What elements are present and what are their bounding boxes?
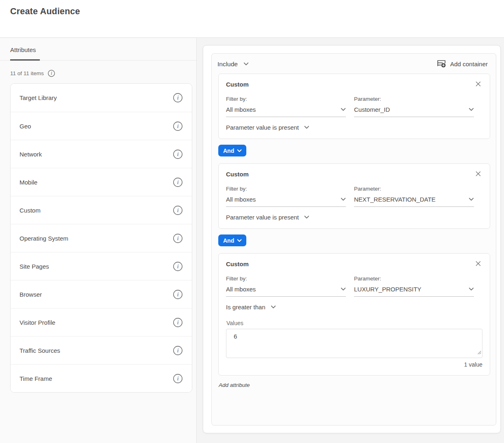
values-section: Values 6 1 value xyxy=(226,320,482,368)
close-icon[interactable] xyxy=(474,80,482,88)
attribute-label: Site Pages xyxy=(20,263,49,270)
attribute-row-geo[interactable]: Geo i xyxy=(11,112,192,140)
chevron-down-icon xyxy=(237,149,242,152)
info-icon[interactable]: i xyxy=(173,177,183,187)
add-container-label: Add container xyxy=(450,61,488,67)
info-icon[interactable]: i xyxy=(173,261,183,271)
info-icon[interactable]: i xyxy=(173,345,183,356)
info-icon[interactable]: i xyxy=(173,121,183,131)
card-fields: Filter by: All mboxes Parameter: Custome… xyxy=(226,96,482,117)
chevron-down-icon xyxy=(469,198,474,201)
close-icon[interactable] xyxy=(474,169,482,178)
value-count-label: 1 value xyxy=(226,361,482,368)
close-icon[interactable] xyxy=(474,259,482,268)
svg-text:i: i xyxy=(177,95,179,101)
attribute-row-network[interactable]: Network i xyxy=(11,140,192,168)
add-container-button[interactable]: Add container xyxy=(437,59,488,69)
operator-dropdown[interactable]: Parameter value is present xyxy=(226,214,309,221)
card-header: Custom xyxy=(226,80,482,88)
attribute-label: Traffic Sources xyxy=(20,347,60,354)
filter-by-label: Filter by: xyxy=(226,96,346,102)
attribute-card-custom-3: Custom Filter by: All mboxes xyxy=(218,253,490,376)
info-icon[interactable]: i xyxy=(173,205,183,215)
tab-attributes[interactable]: Attributes xyxy=(10,38,40,61)
page-title: Create Audience xyxy=(10,7,80,17)
parameter-field: Parameter: LUXURY_PROPENSITY xyxy=(354,276,474,297)
filter-by-label: Filter by: xyxy=(226,276,346,282)
svg-text:i: i xyxy=(177,179,179,185)
parameter-field: Parameter: Customer_ID xyxy=(354,96,474,117)
and-combinator-button[interactable]: And xyxy=(218,145,246,156)
attribute-label: Custom xyxy=(20,207,41,214)
info-icon[interactable]: i xyxy=(173,93,183,103)
parameter-dropdown[interactable]: LUXURY_PROPENSITY xyxy=(354,286,474,297)
parameter-dropdown[interactable]: Customer_ID xyxy=(354,106,474,117)
svg-text:i: i xyxy=(51,71,52,76)
attribute-row-site-pages[interactable]: Site Pages i xyxy=(11,252,192,280)
attribute-row-custom[interactable]: Custom i xyxy=(11,196,192,224)
svg-text:i: i xyxy=(177,235,179,241)
operator-value: Parameter value is present xyxy=(226,124,299,131)
attributes-tabbar: Attributes xyxy=(0,38,196,61)
attribute-row-traffic-sources[interactable]: Traffic Sources i xyxy=(11,336,192,364)
svg-text:i: i xyxy=(177,291,179,298)
and-label: And xyxy=(223,148,234,154)
filter-by-label: Filter by: xyxy=(226,186,346,192)
attribute-row-browser[interactable]: Browser i xyxy=(11,280,192,308)
operator-dropdown[interactable]: Parameter value is present xyxy=(226,124,309,131)
attribute-label: Mobile xyxy=(20,179,37,186)
chevron-down-icon xyxy=(469,108,474,111)
attributes-panel: Attributes 11 of 11 items i Target Libra… xyxy=(0,38,197,443)
svg-text:i: i xyxy=(177,319,179,326)
info-icon[interactable]: i xyxy=(173,317,183,328)
chevron-down-icon xyxy=(304,126,309,129)
attribute-row-operating-system[interactable]: Operating System i xyxy=(11,224,192,252)
info-icon[interactable]: i xyxy=(173,233,183,243)
attribute-row-mobile[interactable]: Mobile i xyxy=(11,168,192,196)
info-icon[interactable]: i xyxy=(173,289,183,300)
parameter-dropdown[interactable]: NEXT_RESERVATION_DATE xyxy=(354,196,474,207)
parameter-label: Parameter: xyxy=(354,276,474,282)
card-header: Custom xyxy=(226,259,482,268)
parameter-value: LUXURY_PROPENSITY xyxy=(354,286,421,293)
and-combinator-button[interactable]: And xyxy=(218,235,246,246)
card-title: Custom xyxy=(226,169,249,178)
card-title: Custom xyxy=(226,259,249,267)
attribute-row-target-library[interactable]: Target Library i xyxy=(11,84,192,112)
chevron-down-icon xyxy=(304,215,309,219)
items-count-label: 11 of 11 items xyxy=(10,70,44,76)
values-input[interactable]: 6 xyxy=(226,329,482,358)
svg-text:i: i xyxy=(177,263,179,269)
add-attribute-link[interactable]: Add attribute xyxy=(219,382,250,388)
attribute-row-visitor-profile[interactable]: Visitor Profile i xyxy=(11,308,192,336)
filter-by-field: Filter by: All mboxes xyxy=(226,276,346,297)
attribute-list: Target Library i Geo i Network i Mobile … xyxy=(10,83,192,393)
info-icon[interactable]: i xyxy=(173,374,183,384)
parameter-field: Parameter: NEXT_RESERVATION_DATE xyxy=(354,186,474,207)
operator-dropdown[interactable]: Is greater than xyxy=(226,304,276,311)
attribute-row-time-frame[interactable]: Time Frame i xyxy=(11,364,192,392)
add-container-icon xyxy=(437,59,446,69)
chevron-down-icon xyxy=(341,198,346,201)
parameter-label: Parameter: xyxy=(354,186,474,192)
combinator-dropdown[interactable]: Include xyxy=(217,61,249,68)
svg-text:i: i xyxy=(177,151,179,157)
filter-by-dropdown[interactable]: All mboxes xyxy=(226,196,346,207)
info-icon[interactable]: i xyxy=(48,69,55,77)
and-label: And xyxy=(223,237,234,244)
svg-text:i: i xyxy=(177,123,179,129)
filter-by-dropdown[interactable]: All mboxes xyxy=(226,286,346,297)
audience-builder-card: Include Add container xyxy=(203,45,501,433)
page-header: Create Audience xyxy=(0,0,504,38)
operator-value: Is greater than xyxy=(226,304,265,311)
chevron-down-icon xyxy=(469,287,474,291)
card-title: Custom xyxy=(226,80,249,88)
parameter-value: NEXT_RESERVATION_DATE xyxy=(354,196,436,203)
include-container: Include Add container xyxy=(211,53,496,426)
filter-by-dropdown[interactable]: All mboxes xyxy=(226,106,346,117)
main-layout: Attributes 11 of 11 items i Target Libra… xyxy=(0,38,504,443)
audience-builder-area: Include Add container xyxy=(197,38,504,443)
attribute-label: Browser xyxy=(20,291,42,298)
filter-by-value: All mboxes xyxy=(226,196,256,203)
info-icon[interactable]: i xyxy=(173,149,183,159)
